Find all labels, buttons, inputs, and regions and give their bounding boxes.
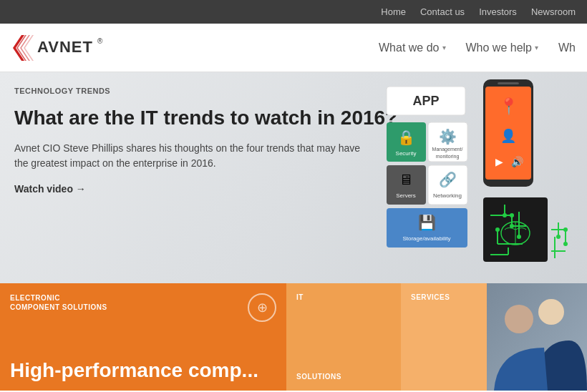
svg-point-42 (495, 227, 500, 232)
svg-text:AVNET: AVNET (37, 38, 93, 56)
nav-what-we-do[interactable]: What we do ▾ (379, 41, 445, 54)
svg-point-41 (510, 213, 514, 217)
it-solutions-panel[interactable]: IT SOLUTIONS (286, 283, 401, 391)
ecs-label-line1: ELECTRONIC (10, 293, 107, 303)
who-we-help-caret: ▾ (535, 44, 538, 52)
nav-home-link[interactable]: Home (381, 6, 406, 17)
svg-text:🔊: 🔊 (511, 156, 524, 168)
nav-third-item[interactable]: Wh (558, 41, 576, 54)
nav-who-we-help[interactable]: Who we help ▾ (466, 41, 539, 54)
svg-text:🖥: 🖥 (399, 172, 413, 187)
hero-description: Avnet CIO Steve Phillips shares his thou… (14, 141, 372, 171)
svg-text:🔒: 🔒 (397, 129, 415, 146)
svg-text:Management/: Management/ (432, 147, 463, 152)
svg-text:👤: 👤 (500, 128, 517, 144)
svg-point-53 (563, 227, 568, 232)
svg-text:Security: Security (396, 150, 417, 157)
svg-text:🔗: 🔗 (439, 171, 457, 188)
avnet-logo[interactable]: AVNET ® (11, 32, 105, 64)
svg-text:monitoring: monitoring (436, 154, 460, 160)
ecs-labels: ELECTRONIC COMPONENT SOLUTIONS (10, 293, 107, 312)
svg-point-44 (517, 235, 521, 239)
ecs-label-line2: COMPONENT SOLUTIONS (10, 303, 107, 312)
svg-marker-3 (24, 35, 34, 61)
svg-text:Servers: Servers (396, 192, 416, 199)
nav-contact-link[interactable]: Contact us (420, 6, 465, 17)
hero-section: TECHNOLOGY TRENDS What are the IT trends… (0, 72, 587, 283)
svg-point-43 (510, 224, 514, 228)
it-label-line1: IT (296, 293, 391, 301)
svg-text:💾: 💾 (418, 214, 436, 231)
svg-point-45 (503, 213, 507, 217)
top-navigation: Home Contact us Investors Newsroom (0, 0, 587, 24)
svg-text:Networking: Networking (433, 192, 462, 199)
ecs-title: High-performance comp... (10, 361, 258, 381)
it-label-line2: SOLUTIONS (296, 373, 391, 381)
svg-point-55 (556, 235, 561, 239)
svg-text:📍: 📍 (499, 97, 519, 116)
hero-watch-video-link[interactable]: Watch video → (14, 183, 86, 195)
ecs-circle-icon: ⊕ (248, 293, 276, 322)
svg-text:⚙️: ⚙️ (439, 128, 457, 145)
svg-point-54 (563, 242, 568, 246)
bottom-photo (487, 283, 587, 391)
svg-point-58 (505, 305, 533, 333)
hero-text-block: What are the IT trends to watch in 2016?… (14, 105, 401, 195)
services-label: SERVICES (411, 293, 477, 301)
it-trends-illustration: APP 🔒 Security ⚙️ Management/ monitoring… (379, 72, 587, 287)
main-navigation: AVNET ® What we do ▾ Who we help ▾ Wh (0, 24, 587, 72)
hero-illustrations: APP 🔒 Security ⚙️ Management/ monitoring… (379, 72, 587, 287)
photo-placeholder (487, 283, 587, 391)
what-we-do-caret: ▾ (442, 44, 446, 52)
svg-text:®: ® (97, 37, 103, 45)
ecs-top-row: ELECTRONIC COMPONENT SOLUTIONS ⊕ (10, 293, 276, 322)
logo-area: AVNET ® (11, 32, 379, 64)
svg-text:▶: ▶ (495, 156, 503, 167)
bottom-section: ELECTRONIC COMPONENT SOLUTIONS ⊕ High-pe… (0, 283, 587, 391)
ecs-panel[interactable]: ELECTRONIC COMPONENT SOLUTIONS ⊕ High-pe… (0, 283, 286, 391)
svg-point-57 (538, 299, 564, 325)
hero-title: What are the IT trends to watch in 2016? (14, 105, 401, 131)
nav-newsroom-link[interactable]: Newsroom (531, 6, 576, 17)
svg-text:Storage/availability: Storage/availability (402, 235, 450, 242)
main-nav-links: What we do ▾ Who we help ▾ Wh (379, 41, 576, 54)
svg-rect-26 (498, 82, 519, 84)
services-panel[interactable]: SERVICES (401, 283, 487, 391)
svg-text:APP: APP (412, 94, 439, 108)
nav-investors-link[interactable]: Investors (479, 6, 517, 17)
